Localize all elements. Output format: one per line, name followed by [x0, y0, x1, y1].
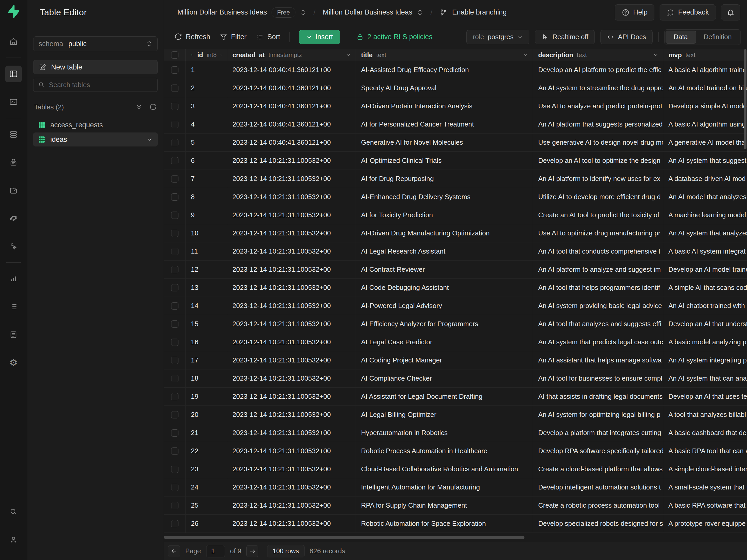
cell-id[interactable]: 23: [186, 460, 227, 478]
column-header-description[interactable]: description text: [533, 49, 663, 61]
cell-id[interactable]: 7: [186, 170, 227, 188]
cell-mvp[interactable]: Develop a simple AI model: [663, 97, 747, 115]
cell-mvp[interactable]: A tool that analyzes billabl: [663, 406, 747, 424]
cell-title[interactable]: Cloud-Based Collaborative Robotics and A…: [356, 460, 533, 478]
cell-created-at[interactable]: 2023-12-14 10:21:31.100532+00: [227, 170, 356, 188]
realtime-toggle-button[interactable]: Realtime off: [535, 30, 595, 44]
row-checkbox[interactable]: [164, 152, 186, 169]
schema-select[interactable]: schema public: [33, 36, 158, 51]
cell-title[interactable]: AI for Drug Repurposing: [356, 170, 533, 188]
cell-mvp[interactable]: An AI system integrating p: [663, 351, 747, 369]
vertical-scrollbar[interactable]: [744, 49, 746, 149]
cell-created-at[interactable]: 2023-12-14 10:21:31.100532+00: [227, 315, 356, 333]
notifications-button[interactable]: [721, 4, 740, 21]
cell-mvp[interactable]: A machine learning model: [663, 206, 747, 224]
cell-mvp[interactable]: A basic model analyzing p: [663, 333, 747, 351]
cell-mvp[interactable]: A simple AI that scans cod: [663, 279, 747, 297]
reports-icon[interactable]: [5, 270, 22, 287]
row-checkbox[interactable]: [164, 478, 186, 496]
cell-title[interactable]: AI-Assisted Drug Efficacy Prediction: [356, 61, 533, 79]
row-checkbox[interactable]: [164, 79, 186, 97]
cell-title[interactable]: AI-Driven Drug Manufacturing Optimizatio…: [356, 224, 533, 242]
cell-description[interactable]: Develop RPA software specifically tailor…: [533, 442, 663, 460]
cell-id[interactable]: 3: [186, 97, 227, 115]
refresh-button[interactable]: Refresh: [174, 33, 210, 41]
row-checkbox[interactable]: [164, 297, 186, 315]
row-checkbox[interactable]: [164, 424, 186, 442]
cell-created-at[interactable]: 2023-12-14 10:21:31.100532+00: [227, 351, 356, 369]
cell-created-at[interactable]: 2023-12-14 00:40:41.360121+00: [227, 61, 356, 79]
cell-created-at[interactable]: 2023-12-14 10:21:31.100532+00: [227, 279, 356, 297]
row-checkbox[interactable]: [164, 115, 186, 133]
enable-branching-button[interactable]: Enable branching: [452, 8, 507, 16]
cell-description[interactable]: An AI assistant that helps manage softwa: [533, 351, 663, 369]
row-checkbox[interactable]: [164, 206, 186, 224]
column-header-created-at[interactable]: created_at timestamptz: [227, 49, 356, 61]
cell-id[interactable]: 4: [186, 115, 227, 133]
row-checkbox[interactable]: [164, 388, 186, 405]
cell-description[interactable]: An AI tool that helps programmers identi…: [533, 279, 663, 297]
cell-mvp[interactable]: A basic dashboard that de: [663, 424, 747, 442]
api-docs-button[interactable]: API Docs: [600, 30, 652, 44]
row-checkbox[interactable]: [164, 515, 186, 533]
row-checkbox[interactable]: [164, 279, 186, 297]
cell-description[interactable]: Utilize AI to develop more efficient dru…: [533, 188, 663, 206]
cell-id[interactable]: 21: [186, 424, 227, 442]
select-all-checkbox[interactable]: [164, 49, 186, 61]
feedback-button[interactable]: Feedback: [660, 4, 716, 21]
cell-title[interactable]: AI Efficiency Analyzer for Programmers: [356, 315, 533, 333]
cell-created-at[interactable]: 2023-12-14 10:21:31.100532+00: [227, 442, 356, 460]
cell-id[interactable]: 8: [186, 188, 227, 206]
search-icon[interactable]: [5, 504, 22, 520]
row-checkbox[interactable]: [164, 369, 186, 387]
cell-created-at[interactable]: 2023-12-14 10:21:31.100532+00: [227, 478, 356, 496]
supabase-logo-icon[interactable]: [7, 5, 20, 18]
cell-id[interactable]: 26: [186, 515, 227, 533]
cell-description[interactable]: An AI platform to identify new uses for …: [533, 170, 663, 188]
cell-created-at[interactable]: 2023-12-14 10:21:31.100532+00: [227, 497, 356, 514]
cell-created-at[interactable]: 2023-12-14 10:21:31.100532+00: [227, 224, 356, 242]
cell-id[interactable]: 16: [186, 333, 227, 351]
cell-description[interactable]: Use AI to optimize drug manufacturing pr: [533, 224, 663, 242]
cell-title[interactable]: AI-Powered Legal Advisory: [356, 297, 533, 315]
cell-description[interactable]: Develop specialized robots designed for …: [533, 515, 663, 533]
cell-description[interactable]: Develop an AI platform to predict the ef…: [533, 61, 663, 79]
cell-mvp[interactable]: An AI model that analyzes: [663, 188, 747, 206]
cell-description[interactable]: An AI system providing basic legal advic…: [533, 297, 663, 315]
cell-id[interactable]: 1: [186, 61, 227, 79]
chevron-down-icon[interactable]: [220, 52, 223, 58]
row-checkbox[interactable]: [164, 460, 186, 478]
cell-mvp[interactable]: An AI chatbot trained with: [663, 297, 747, 315]
cell-title[interactable]: Hyperautomation in Robotics: [356, 424, 533, 442]
rls-policies-button[interactable]: 2 active RLS policies: [356, 33, 433, 41]
cell-description[interactable]: An AI system for optimizing legal billin…: [533, 406, 663, 424]
refresh-icon[interactable]: [149, 104, 157, 111]
cell-id[interactable]: 9: [186, 206, 227, 224]
cell-description[interactable]: An AI platform to analyze and suggest im: [533, 261, 663, 278]
row-checkbox[interactable]: [164, 134, 186, 152]
cell-title[interactable]: Generative AI for Novel Molecules: [356, 134, 533, 152]
cell-mvp[interactable]: A generative AI model tha: [663, 134, 747, 152]
cell-created-at[interactable]: 2023-12-14 10:21:31.100532+00: [227, 333, 356, 351]
cell-mvp[interactable]: A basic AI algorithm traine: [663, 61, 747, 79]
row-checkbox[interactable]: [164, 188, 186, 206]
chevron-down-icon[interactable]: [522, 52, 529, 58]
cell-created-at[interactable]: 2023-12-14 10:21:31.100532+00: [227, 515, 356, 533]
page-input[interactable]: [206, 545, 225, 557]
cell-mvp[interactable]: A basic AI algorithm using: [663, 115, 747, 133]
database-icon[interactable]: [5, 126, 22, 142]
cell-title[interactable]: AI-Optimized Clinical Trials: [356, 152, 533, 169]
tab-definition[interactable]: Definition: [696, 31, 740, 44]
role-select[interactable]: role postgres: [466, 30, 530, 44]
cell-title[interactable]: AI Legal Research Assistant: [356, 242, 533, 260]
column-header-id[interactable]: id int8: [186, 49, 227, 61]
logs-icon[interactable]: [5, 298, 22, 315]
cell-created-at[interactable]: 2023-12-14 10:21:31.100532+00: [227, 188, 356, 206]
cell-title[interactable]: Robotic Automation for Space Exploration: [356, 515, 533, 533]
collapse-all-icon[interactable]: [135, 104, 143, 111]
auth-icon[interactable]: [5, 154, 22, 170]
cell-created-at[interactable]: 2023-12-14 00:40:41.360121+00: [227, 79, 356, 97]
cell-id[interactable]: 10: [186, 224, 227, 242]
cell-description[interactable]: Develop an AI tool to optimize the desig…: [533, 152, 663, 169]
cell-created-at[interactable]: 2023-12-14 10:21:31.100532+00: [227, 369, 356, 387]
